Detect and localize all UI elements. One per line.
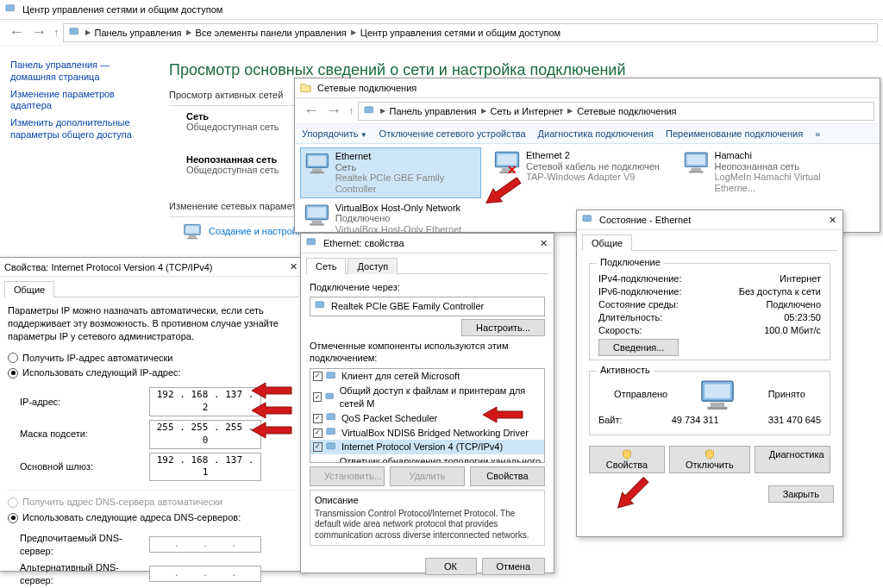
status-row: Скорость:100.0 Мбит/с: [598, 325, 821, 335]
disable-button[interactable]: Отключить: [669, 446, 750, 473]
crumb-2[interactable]: Все элементы панели управления: [196, 28, 347, 38]
input-dns1[interactable]: . . .: [149, 536, 261, 553]
tab-general[interactable]: Общие: [582, 235, 632, 251]
connect-via-label: Подключение через:: [310, 281, 545, 294]
label-mask: Маска подсети:: [20, 428, 149, 441]
close-button[interactable]: ✕: [827, 215, 837, 226]
up-button[interactable]: ↑: [50, 24, 63, 41]
radio-use-dns[interactable]: Использовать следующие адреса DNS-сервер…: [8, 511, 295, 524]
component-item[interactable]: VirtualBox NDIS6 Bridged Networking Driv…: [310, 426, 544, 441]
info-text: Параметры IP можно назначать автоматичес…: [8, 304, 295, 343]
status-row: IPv6-подключение:Без доступа к сети: [598, 286, 821, 297]
label-dns1: Предпочитаемый DNS-сервер:: [20, 532, 149, 558]
forward-button[interactable]: →: [28, 22, 50, 43]
description-label: Описание: [315, 495, 540, 507]
group-connection: Подключение: [597, 257, 664, 267]
close-button[interactable]: ✕: [288, 261, 298, 272]
sidebar: Панель управления — домашняя страница Из…: [0, 46, 155, 248]
crumb-1[interactable]: Панель управления: [390, 106, 477, 116]
component-icon: [326, 371, 338, 383]
checkbox-icon[interactable]: [313, 372, 323, 381]
ethernet-icon: [304, 151, 330, 178]
install-button[interactable]: Установить...: [310, 466, 385, 486]
ethernet-icon: [582, 214, 594, 226]
shield-icon: [705, 449, 715, 460]
ipv4-properties-dialog: Свойства: Internet Protocol Version 4 (T…: [0, 257, 304, 572]
description-text: Transmission Control Protocol/Internet P…: [315, 509, 540, 541]
component-item[interactable]: QoS Packet Scheduler: [310, 411, 544, 426]
radio-use-ip[interactable]: Использовать следующий IP-адрес:: [8, 366, 295, 379]
setup-network-link[interactable]: Создание и настройка: [209, 226, 307, 236]
connection-hamachi[interactable]: Hamachi Неопознанная сеть LogMeIn Hamach…: [679, 147, 861, 198]
checkbox-icon[interactable]: [313, 442, 323, 452]
tab-general[interactable]: Общие: [4, 281, 54, 297]
checkbox-icon[interactable]: [313, 428, 323, 438]
input-mask[interactable]: 255 . 255 . 255 . 0: [149, 420, 261, 449]
diagnose-button[interactable]: Диагностика: [755, 446, 830, 473]
toolbar-diagnose[interactable]: Диагностика подключения: [538, 128, 654, 139]
status-row: Состояние среды:Подключено: [598, 299, 821, 310]
toolbar-organize[interactable]: Упорядочить: [302, 128, 367, 139]
forward-button[interactable]: →: [323, 100, 345, 122]
crumb-3[interactable]: Сетевые подключения: [577, 106, 676, 116]
toolbar-disable[interactable]: Отключение сетевого устройства: [379, 128, 526, 139]
window-title: Центр управления сетями и общим доступом: [22, 4, 878, 15]
received-label: Принято: [768, 389, 805, 399]
label-dns2: Альтернативный DNS-сервер:: [20, 561, 149, 587]
components-list[interactable]: Клиент для сетей MicrosoftОбщий доступ к…: [310, 368, 545, 463]
component-item[interactable]: Общий доступ к файлам и принтерам для се…: [310, 384, 544, 411]
components-label: Отмеченные компоненты используются этим …: [310, 340, 545, 366]
ok-button[interactable]: ОК: [425, 558, 477, 575]
radio-auto-ip[interactable]: Получить IP-адрес автоматически: [8, 352, 295, 365]
adapter-icon: [315, 300, 327, 312]
close-button[interactable]: Закрыть: [768, 485, 834, 503]
remove-button[interactable]: Удалить: [390, 466, 465, 486]
breadcrumb-bar[interactable]: ▶ Панель управления ▶ Все элементы панел…: [63, 23, 879, 42]
component-icon: [325, 391, 336, 403]
back-button[interactable]: ←: [300, 100, 323, 122]
properties-button[interactable]: Свойства: [589, 446, 665, 473]
component-item[interactable]: Клиент для сетей Microsoft: [310, 369, 544, 384]
shield-icon: [622, 449, 632, 460]
cancel-button[interactable]: Отмена: [482, 558, 545, 575]
input-dns2[interactable]: . . .: [149, 566, 261, 582]
input-gateway[interactable]: 192 . 168 . 137 . 1: [149, 453, 261, 482]
network-icon: [5, 3, 17, 16]
page-heading: Просмотр основных сведений о сети и наст…: [169, 61, 869, 79]
component-icon: [325, 462, 336, 463]
disconnected-x-icon: ✕: [507, 163, 517, 177]
crumb-1[interactable]: Панель управления: [95, 28, 182, 38]
component-item[interactable]: Internet Protocol Version 4 (TCP/IPv4): [310, 440, 544, 454]
checkbox-icon[interactable]: [313, 392, 322, 402]
component-item[interactable]: Ответчик обнаружения топологии канальног…: [310, 454, 544, 463]
toolbar-more[interactable]: »: [815, 128, 820, 139]
radio-auto-dns: Получить адрес DNS-сервера автоматически: [8, 496, 295, 509]
status-row: IPv4-подключение:Интернет: [598, 273, 821, 284]
checkbox-icon[interactable]: [313, 414, 323, 423]
tab-access[interactable]: Доступ: [348, 258, 398, 274]
back-button[interactable]: ←: [5, 22, 28, 43]
toolbar-rename[interactable]: Переименование подключения: [666, 128, 803, 139]
sidebar-item-advanced-sharing[interactable]: Изменить дополнительные параметры общего…: [10, 117, 145, 141]
close-button[interactable]: ✕: [538, 238, 548, 249]
breadcrumb-bar[interactable]: ▶ Панель управления ▶ Сеть и Интернет ▶ …: [358, 102, 875, 121]
connection-ethernet[interactable]: Ethernet Сеть Realtek PCIe GBE Family Co…: [300, 147, 481, 198]
toolbar: Упорядочить Отключение сетевого устройст…: [295, 124, 880, 144]
details-button[interactable]: Сведения...: [598, 339, 679, 356]
label-ip: IP-адрес:: [20, 396, 149, 409]
ethernet-status-dialog: Состояние - Ethernet ✕ Общие Подключение…: [576, 210, 843, 537]
ethernet-icon: [304, 203, 330, 230]
up-button[interactable]: ↑: [345, 103, 358, 119]
window-title: Сетевые подключения: [317, 83, 874, 93]
sidebar-item-home[interactable]: Панель управления — домашняя страница: [10, 59, 145, 84]
input-ip[interactable]: 192 . 168 . 137 . 2: [149, 387, 261, 416]
crumb-3[interactable]: Центр управления сетями и общим доступом: [360, 28, 560, 38]
properties-button[interactable]: Свойства: [470, 466, 545, 486]
nav-bar: ← → ↑ ▶ Панель управления ▶ Все элементы…: [0, 20, 883, 46]
crumb-2[interactable]: Сеть и Интернет: [491, 106, 564, 116]
sidebar-item-adapter-settings[interactable]: Изменение параметров адаптера: [10, 89, 145, 113]
tab-network[interactable]: Сеть: [306, 258, 346, 274]
connection-ethernet2[interactable]: ✕ Ethernet 2 Сетевой кабель не подключен…: [490, 147, 671, 198]
configure-button[interactable]: Настроить...: [461, 319, 545, 336]
breadcrumb-icon: [69, 27, 81, 39]
